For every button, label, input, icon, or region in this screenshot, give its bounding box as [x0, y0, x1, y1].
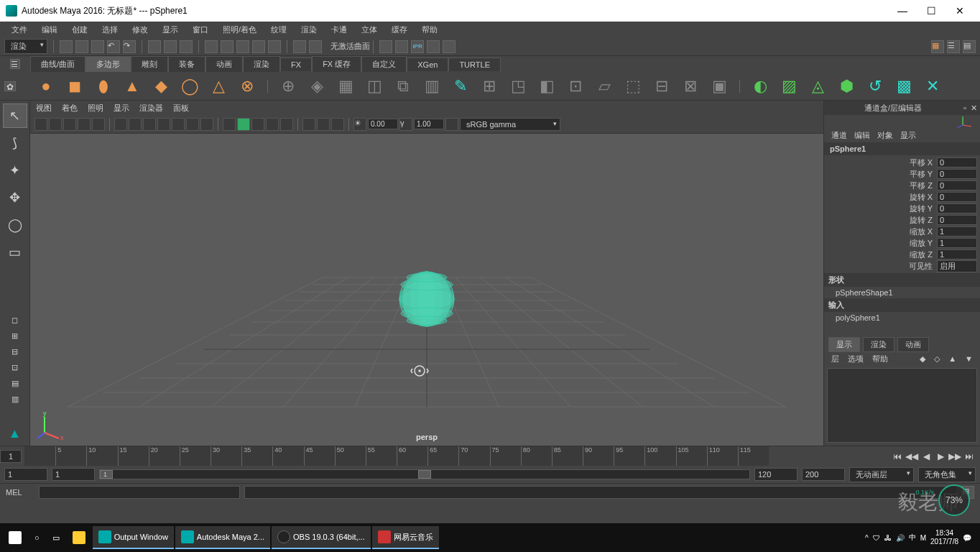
shelf-tab-fxcache[interactable]: FX 缓存 — [312, 56, 361, 72]
step-forward-button[interactable]: ▶▶ — [948, 450, 961, 463]
tray-net-icon[interactable]: 🖧 — [884, 534, 892, 542]
input-node[interactable]: polySphere1 — [824, 312, 980, 323]
panel-menu-lighting[interactable]: 照明 — [88, 103, 103, 114]
shape-node[interactable]: pSphereShape1 — [824, 287, 980, 298]
construction-history-button[interactable] — [309, 40, 322, 53]
grid-toggle-button[interactable] — [114, 118, 127, 131]
taskbar-clock[interactable]: 18:342017/7/8 — [930, 529, 958, 546]
system-tray[interactable]: ^ 🛡 🖧 🔊 中 M 18:342017/7/8 💬 — [865, 529, 977, 546]
go-start-button[interactable]: ⏮ — [891, 450, 904, 463]
menu-edit[interactable]: 编辑 — [34, 23, 65, 37]
attr-value[interactable]: 启用 — [937, 260, 977, 272]
shadows-button[interactable] — [280, 118, 293, 131]
sculpt-icon[interactable]: ◐ — [749, 75, 772, 98]
notification-icon[interactable]: 💬 — [963, 534, 971, 542]
taskbar-app-1[interactable] — [67, 526, 91, 549]
combine-icon[interactable]: ⊕ — [277, 75, 300, 98]
taskbar-obs[interactable]: OBS 19.0.3 (64bit,... — [272, 526, 371, 549]
menu-lighting[interactable]: 照明/着色 — [216, 23, 264, 37]
workspace-combobox[interactable]: 渲染 — [4, 39, 47, 54]
shelf-tab-rendering[interactable]: 渲染 — [243, 56, 280, 72]
viewport-canvas[interactable] — [30, 134, 823, 446]
poly-pyramid-icon[interactable]: △ — [207, 75, 230, 98]
shelf-tab-sculpt[interactable]: 雕刻 — [131, 56, 168, 72]
cleanup-icon[interactable]: ✕ — [921, 75, 944, 98]
menu-file[interactable]: 文件 — [4, 23, 34, 37]
panel-menu-renderer[interactable]: 渲染器 — [139, 103, 163, 114]
target-weld-icon[interactable]: ⊞ — [478, 75, 501, 98]
attr-value[interactable]: 0 — [937, 169, 977, 179]
poly-cylinder-icon[interactable]: ⬮ — [92, 75, 115, 98]
poly-plane-icon[interactable]: ◆ — [149, 75, 172, 98]
fill-hole-icon[interactable]: ⬚ — [621, 75, 644, 98]
play-forward-button[interactable]: ▶ — [934, 450, 947, 463]
play-back-button[interactable]: ◀ — [920, 450, 933, 463]
hypershade-button[interactable] — [443, 40, 456, 53]
lasso-tool[interactable]: ⟆ — [3, 131, 27, 155]
append-icon[interactable]: ▱ — [593, 75, 616, 98]
anim-end-field[interactable] — [802, 468, 845, 481]
anim-start-field[interactable] — [4, 468, 47, 481]
current-frame-field[interactable]: 1 — [0, 450, 22, 463]
attr-value[interactable]: 0 — [937, 157, 977, 167]
render-button[interactable] — [395, 40, 408, 53]
time-slider[interactable]: 1 51015202530354045505560657075808590951… — [0, 446, 980, 466]
crease-icon[interactable]: ◬ — [806, 75, 829, 98]
layer-tab-anim[interactable]: 动画 — [897, 337, 929, 352]
resolution-gate-button[interactable] — [143, 118, 156, 131]
anim-layer-combobox[interactable]: 无动画层 — [849, 467, 914, 482]
layer-new-icon[interactable]: ◆ — [920, 354, 925, 364]
layout-persp-button[interactable]: ▥ — [3, 392, 27, 405]
soft-select-icon[interactable]: ⬢ — [835, 75, 858, 98]
range-track[interactable]: 1 120 — [99, 469, 750, 479]
start-button[interactable]: ⊞ — [3, 526, 27, 549]
menu-cache[interactable]: 缓存 — [384, 23, 415, 37]
shelf-tab-turtle[interactable]: TURTLE — [448, 58, 501, 71]
detach-icon[interactable]: ▣ — [708, 75, 731, 98]
panel-menu-show[interactable]: 显示 — [114, 103, 129, 114]
extrude-icon[interactable]: ◳ — [507, 75, 530, 98]
film-gate-button[interactable] — [129, 118, 142, 131]
range-start-field[interactable] — [52, 468, 95, 481]
layout-two-button[interactable]: ⊟ — [3, 345, 27, 358]
step-back-button[interactable]: ◀◀ — [905, 450, 918, 463]
go-end-button[interactable]: ⏭ — [963, 450, 976, 463]
range-end-field[interactable] — [754, 468, 798, 481]
poly-torus-icon[interactable]: ◯ — [178, 75, 201, 98]
taskview-button[interactable]: ▭ — [47, 526, 65, 549]
taskbar-netease[interactable]: 网易云音乐 — [372, 526, 439, 549]
exposure-icon[interactable]: ☀ — [353, 118, 366, 131]
camera-select-button[interactable] — [34, 118, 47, 131]
lasso-button[interactable] — [164, 40, 177, 53]
tray-m-icon[interactable]: M — [920, 534, 926, 542]
uv-icon[interactable]: ▩ — [892, 75, 915, 98]
reduce-icon[interactable]: ▥ — [420, 75, 443, 98]
2d-pan-button[interactable] — [78, 118, 91, 131]
tray-volume-icon[interactable]: 🔊 — [896, 534, 905, 542]
layer-tab-render[interactable]: 渲染 — [863, 337, 895, 352]
wireframe-button[interactable] — [223, 118, 236, 131]
field-chart-button[interactable] — [172, 118, 185, 131]
minimize-button[interactable]: — — [888, 5, 917, 17]
gate-mask-button[interactable] — [157, 118, 170, 131]
cortana-button[interactable]: ○ — [29, 526, 45, 549]
snap-grid-button[interactable] — [205, 40, 218, 53]
poly-cone-icon[interactable]: ▲ — [121, 75, 144, 98]
shelf-tab-animation[interactable]: 动画 — [205, 56, 243, 72]
viewport-3d[interactable]: y x z persp — [30, 134, 823, 446]
chan-tab-object[interactable]: 对象 — [877, 130, 893, 141]
view-transform-icon[interactable] — [445, 118, 458, 131]
layer-up-icon[interactable]: ▲ — [948, 354, 956, 363]
select-mode-button[interactable] — [148, 40, 161, 53]
layout-outliner-button[interactable]: ▤ — [3, 377, 27, 390]
command-input[interactable] — [39, 486, 240, 499]
menu-stereo[interactable]: 立体 — [354, 23, 384, 37]
toggle-channelbox-button[interactable]: ☰ — [947, 40, 960, 53]
bookmark-button[interactable] — [49, 118, 62, 131]
gamma-icon[interactable]: γ — [399, 118, 412, 131]
poly-cube-icon[interactable]: ◼ — [63, 75, 86, 98]
shelf-menu-button[interactable]: ☰ — [10, 59, 20, 69]
paint-select-tool[interactable]: ✦ — [3, 158, 27, 183]
poly-pipe-icon[interactable]: ⊗ — [236, 75, 259, 98]
chan-tab-edit[interactable]: 编辑 — [854, 130, 870, 141]
